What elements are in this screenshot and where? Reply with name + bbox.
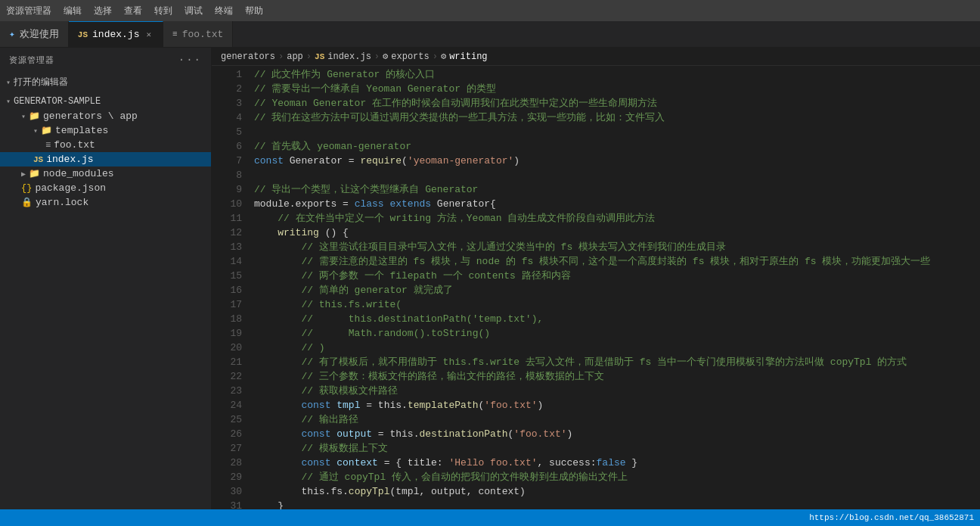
breadcrumb: generators › app › JS index.js › ⚙ expor… — [212, 48, 980, 66]
sidebar-item-package-json[interactable]: {} package.json — [0, 181, 211, 195]
status-bar: https://blog.csdn.net/qq_38652871 — [0, 509, 980, 526]
open-editors-label: 打开的编辑器 — [14, 76, 68, 89]
editor-content[interactable]: 12345 678910 1112131415 1617181920 21222… — [212, 66, 980, 509]
breadcrumb-index-js[interactable]: index.js — [327, 51, 371, 62]
yarn-lock-icon: 🔒 — [21, 197, 33, 208]
folder-icon: 📁 — [29, 110, 40, 122]
sidebar-more-button[interactable]: ··· — [178, 54, 202, 66]
tab-foo-txt[interactable]: ≡ foo.txt — [163, 21, 233, 47]
status-right: https://blog.csdn.net/qq_38652871 — [809, 513, 974, 522]
sidebar: 资源管理器 ··· ▾ 打开的编辑器 ▾ GENERATOR-SAMPLE ▾ … — [0, 48, 212, 509]
sidebar-item-index-js-label: index.js — [46, 154, 93, 165]
js-file-icon: JS — [78, 30, 88, 39]
main-area: 资源管理器 ··· ▾ 打开的编辑器 ▾ GENERATOR-SAMPLE ▾ … — [0, 48, 980, 509]
open-editors-header[interactable]: ▾ 打开的编辑器 — [0, 73, 211, 91]
breadcrumb-sep-4: › — [433, 51, 438, 62]
code-editor[interactable]: // 此文件作为 Generator 的核心入口 // 需要导出一个继承自 Ye… — [248, 66, 980, 509]
sidebar-item-foo-txt-label: foo.txt — [54, 139, 95, 151]
node-modules-folder-icon: 📁 — [29, 168, 40, 179]
tab-close-button[interactable]: ✕ — [144, 29, 154, 40]
sidebar-item-generators-app-label: generators \ app — [43, 110, 138, 122]
breadcrumb-exports-icon: ⚙ — [383, 51, 388, 62]
sidebar-title: 资源管理器 ··· — [0, 48, 211, 72]
editor-wrapper: generators › app › JS index.js › ⚙ expor… — [212, 48, 980, 509]
menu-item-select[interactable]: 选择 — [94, 5, 112, 17]
line-numbers: 12345 678910 1112131415 1617181920 21222… — [212, 66, 248, 509]
sidebar-item-node-modules-label: node_modules — [43, 168, 114, 179]
sidebar-item-yarn-lock[interactable]: 🔒 yarn.lock — [0, 195, 211, 210]
editor-area: 12345 678910 1112131415 1617181920 21222… — [212, 66, 980, 509]
project-header[interactable]: ▾ GENERATOR-SAMPLE — [0, 94, 211, 109]
open-editors-chevron: ▾ — [6, 78, 11, 87]
menu-item-explorer[interactable]: 资源管理器 — [6, 5, 51, 17]
sidebar-item-index-js[interactable]: JS index.js — [0, 152, 211, 167]
tab-foo-txt-label: foo.txt — [182, 29, 224, 40]
sidebar-project-section: ▾ GENERATOR-SAMPLE ▾ 📁 generators \ app … — [0, 92, 211, 211]
txt-file-icon: ≡ — [172, 30, 178, 39]
welcome-icon: ✦ — [9, 28, 15, 40]
breadcrumb-writing[interactable]: writing — [449, 51, 487, 62]
breadcrumb-sep-1: › — [278, 51, 284, 62]
tab-index-js-label: index.js — [92, 29, 139, 40]
sidebar-item-generators-app[interactable]: ▾ 📁 generators \ app — [0, 109, 211, 123]
breadcrumb-js-icon: JS — [315, 52, 324, 61]
breadcrumb-writing-icon: ⚙ — [441, 51, 446, 62]
menu-bar: 资源管理器 编辑 选择 查看 转到 调试 终端 帮助 — [0, 0, 980, 21]
index-js-icon: JS — [33, 155, 43, 164]
project-label: GENERATOR-SAMPLE — [14, 96, 101, 107]
sidebar-item-templates[interactable]: ▾ 📁 templates — [0, 123, 211, 138]
templates-folder-icon: 📁 — [41, 125, 52, 136]
breadcrumb-sep-2: › — [306, 51, 312, 62]
sidebar-item-templates-label: templates — [55, 125, 108, 136]
templates-chevron: ▾ — [33, 126, 38, 135]
sidebar-item-yarn-lock-label: yarn.lock — [36, 197, 88, 208]
foo-txt-icon: ≡ — [45, 140, 51, 151]
tab-welcome[interactable]: ✦ 欢迎使用 — [0, 21, 69, 47]
status-url: https://blog.csdn.net/qq_38652871 — [809, 513, 974, 522]
sidebar-item-foo-txt[interactable]: ≡ foo.txt — [0, 138, 211, 152]
package-json-icon: {} — [21, 183, 32, 194]
tab-welcome-label: 欢迎使用 — [20, 27, 59, 41]
breadcrumb-sep-3: › — [374, 51, 380, 62]
tab-index-js[interactable]: JS index.js ✕ — [69, 21, 163, 47]
sidebar-open-editors-section: ▾ 打开的编辑器 — [0, 72, 211, 92]
menu-item-terminal[interactable]: 终端 — [215, 5, 233, 17]
breadcrumb-app[interactable]: app — [287, 51, 303, 62]
sidebar-item-node-modules[interactable]: ▶ 📁 node_modules — [0, 167, 211, 181]
node-modules-chevron: ▶ — [21, 170, 26, 179]
project-chevron: ▾ — [6, 97, 11, 106]
menu-item-view[interactable]: 查看 — [124, 5, 142, 17]
menu-item-debug[interactable]: 调试 — [185, 5, 203, 17]
tab-bar: ✦ 欢迎使用 JS index.js ✕ ≡ foo.txt — [0, 21, 980, 48]
breadcrumb-generators[interactable]: generators — [221, 51, 275, 62]
folder-chevron: ▾ — [21, 112, 26, 121]
menu-item-edit[interactable]: 编辑 — [64, 5, 82, 17]
sidebar-title-text: 资源管理器 — [9, 54, 54, 66]
breadcrumb-exports[interactable]: exports — [391, 51, 429, 62]
menu-item-goto[interactable]: 转到 — [154, 5, 172, 17]
menu-item-help[interactable]: 帮助 — [245, 5, 263, 17]
sidebar-item-package-json-label: package.json — [35, 182, 106, 194]
